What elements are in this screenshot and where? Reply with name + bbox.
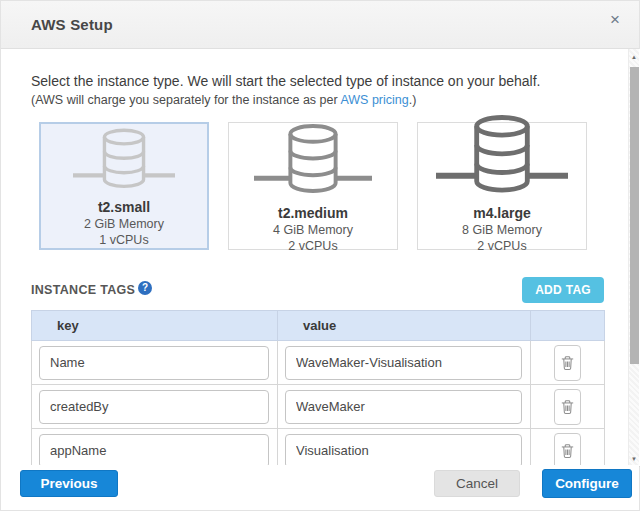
instance-tags-table: key value	[31, 310, 605, 467]
table-header-row: key value	[32, 311, 605, 341]
scroll-down-icon[interactable]: ▼	[629, 453, 639, 465]
dialog-footer: Previous Cancel Configure	[1, 465, 639, 510]
column-header-actions	[531, 311, 605, 341]
table-row	[32, 429, 605, 468]
aws-setup-dialog: AWS Setup × Select the instance type. We…	[0, 0, 640, 511]
column-header-key: key	[32, 311, 278, 341]
help-icon[interactable]: ?	[138, 281, 152, 295]
instance-tags-header: INSTANCE TAGS ? ADD TAG	[31, 277, 604, 303]
instance-name: t2.small	[98, 199, 150, 216]
database-icon	[73, 124, 175, 194]
instance-vcpus: 1 vCPUs	[99, 232, 148, 248]
dialog-content: Select the instance type. We will start …	[1, 49, 640, 467]
intro-text: Select the instance type. We will start …	[31, 71, 604, 109]
delete-tag-button[interactable]	[554, 433, 581, 468]
database-icon	[436, 123, 568, 200]
trash-icon	[561, 443, 574, 459]
dialog-header: AWS Setup ×	[1, 1, 639, 49]
scrollbar-thumb[interactable]	[630, 67, 639, 364]
tag-value-input[interactable]	[285, 434, 522, 468]
column-header-value: value	[278, 311, 531, 341]
instance-vcpus: 2 vCPUs	[288, 238, 337, 254]
aws-pricing-link[interactable]: AWS pricing	[340, 93, 408, 107]
table-row	[32, 341, 605, 385]
close-icon[interactable]: ×	[603, 8, 627, 32]
trash-icon	[561, 355, 574, 371]
intro-line1: Select the instance type. We will start …	[31, 71, 604, 91]
instance-memory: 8 GiB Memory	[462, 222, 542, 238]
add-tag-button[interactable]: ADD TAG	[522, 277, 604, 303]
scroll-up-icon[interactable]: ▲	[629, 51, 639, 63]
scrollbar[interactable]: ▲ ▼	[628, 49, 639, 467]
instance-vcpus: 2 vCPUs	[477, 238, 526, 254]
cancel-button[interactable]: Cancel	[434, 470, 520, 497]
intro-line2-prefix: (AWS will charge you separately for the …	[31, 93, 340, 107]
tag-key-input[interactable]	[39, 346, 269, 380]
trash-icon	[561, 399, 574, 415]
instance-name: m4.large	[473, 205, 531, 222]
instance-memory: 2 GiB Memory	[84, 216, 164, 232]
instance-card-m4-large[interactable]: m4.large 8 GiB Memory 2 vCPUs	[417, 122, 587, 250]
tag-value-input[interactable]	[285, 390, 522, 424]
tag-value-input[interactable]	[285, 346, 522, 380]
delete-tag-button[interactable]	[554, 389, 581, 425]
tag-key-input[interactable]	[39, 434, 269, 468]
database-icon	[254, 123, 372, 200]
instance-card-t2-small[interactable]: t2.small 2 GiB Memory 1 vCPUs	[39, 122, 209, 250]
tag-key-input[interactable]	[39, 390, 269, 424]
configure-button[interactable]: Configure	[542, 469, 632, 498]
table-row	[32, 385, 605, 429]
intro-line2-suffix: .)	[409, 93, 417, 107]
delete-tag-button[interactable]	[554, 345, 581, 381]
instance-type-list: t2.small 2 GiB Memory 1 vCPUs t2.medium …	[39, 122, 604, 250]
previous-button[interactable]: Previous	[20, 470, 118, 497]
instance-card-t2-medium[interactable]: t2.medium 4 GiB Memory 2 vCPUs	[228, 122, 398, 250]
instance-tags-label: INSTANCE TAGS	[31, 283, 135, 297]
dialog-title: AWS Setup	[31, 16, 113, 33]
instance-memory: 4 GiB Memory	[273, 222, 353, 238]
instance-name: t2.medium	[278, 205, 348, 222]
intro-line2: (AWS will charge you separately for the …	[31, 91, 604, 109]
